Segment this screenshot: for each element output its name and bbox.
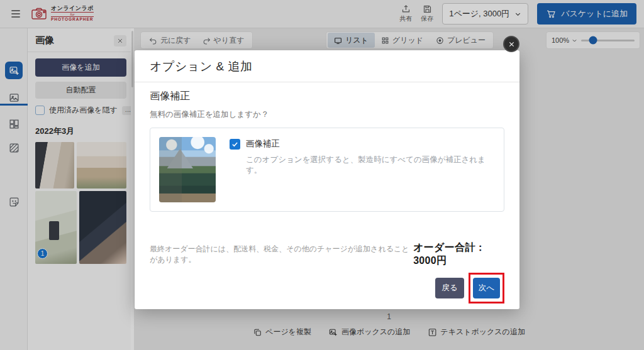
tab-list-view[interactable]: リスト (328, 33, 375, 48)
back-button[interactable]: 戻る (435, 278, 464, 298)
duplicate-page-button[interactable]: ページを複製 (253, 327, 311, 337)
undo-icon (149, 36, 157, 45)
modal-close-button[interactable] (503, 36, 519, 52)
chevron-down-icon (572, 38, 577, 43)
section-title: 画像補正 (150, 90, 504, 103)
option-question: 無料の画像補正を追加しますか？ (150, 109, 504, 120)
photo-thumbnail[interactable] (35, 142, 74, 189)
tab-preview[interactable]: プレビュー (430, 33, 492, 48)
add-to-basket-button[interactable]: バスケットに追加 (537, 3, 636, 25)
add-text-box-label: テキストボックスの追加 (440, 327, 525, 337)
tab-preview-label: プレビュー (447, 35, 486, 46)
images-panel: 画像 画像を追加 自動配置 使用済み画像を隠す ... 2022年3月 1 (28, 28, 134, 350)
page-number: 1 (387, 312, 391, 321)
undo-redo-group: 元に戻す やり直す (140, 31, 253, 49)
photo-thumbnail[interactable] (77, 142, 126, 189)
image-correction-option-card: 画像補正 このオプションを選択すると、製造時にすべての画像が補正されます。 (150, 128, 504, 212)
photo-thumbnail-grid: 1 (35, 142, 126, 264)
usage-count-badge: 1 (37, 248, 48, 259)
add-image-box-icon (329, 328, 338, 337)
share-label: 共有 (399, 14, 412, 23)
order-total: オーダー合計：3000円 (413, 241, 504, 268)
redo-button[interactable]: やり直す (197, 32, 250, 48)
tab-grid-view[interactable]: グリッド (375, 33, 430, 48)
page-price-value: 1ページ, 3000円 (449, 8, 509, 19)
duplicate-page-label: ページを複製 (265, 327, 311, 337)
app-logo: オンラインラボ for PHOTOGRAPHER (31, 6, 94, 22)
undo-label: 元に戻す (160, 35, 191, 46)
hamburger-menu-icon[interactable] (8, 6, 24, 22)
add-image-box-button[interactable]: 画像ボックスの追加 (329, 327, 410, 337)
tab-grid-label: グリッド (392, 35, 423, 46)
add-images-button[interactable]: 画像を追加 (35, 58, 126, 77)
modal-title: オプション & 追加 (150, 58, 504, 75)
add-text-box-button[interactable]: テキストボックスの追加 (428, 327, 525, 337)
logo-text-line1: オンラインラボ (51, 6, 94, 13)
active-section-indicator (0, 104, 28, 106)
panel-title: 画像 (35, 35, 54, 46)
left-icon-rail (0, 28, 28, 350)
share-icon (401, 4, 411, 14)
page-actions-bar: ページを複製 画像ボックスの追加 テキストボックスの追加 (253, 327, 525, 337)
add-image-panel-icon[interactable] (5, 62, 23, 79)
duplicate-page-icon (253, 328, 262, 337)
redo-icon (203, 36, 211, 45)
zoom-control: 100% (546, 31, 640, 49)
sticker-icon[interactable] (5, 193, 23, 211)
next-button[interactable]: 次へ (473, 278, 500, 298)
option-description: このオプションを選択すると、製造時にすべての画像が補正されます。 (246, 155, 495, 176)
background-pattern-icon[interactable] (5, 139, 23, 156)
grid-view-icon (381, 36, 389, 45)
app-header: オンラインラボ for PHOTOGRAPHER 共有 保存 1ページ, 300… (0, 0, 644, 28)
save-button[interactable]: 保存 (421, 4, 433, 23)
view-mode-tabs: リスト グリッド プレビュー (326, 31, 494, 49)
layout-icon[interactable] (5, 115, 23, 133)
add-image-box-label: 画像ボックスの追加 (341, 327, 410, 337)
auto-place-button[interactable]: 自動配置 (35, 82, 126, 99)
share-button[interactable]: 共有 (399, 4, 412, 23)
zoom-slider-thumb[interactable] (589, 36, 597, 45)
camera-logo-icon (31, 8, 48, 20)
sample-landscape-image (159, 137, 216, 202)
zoom-level-dropdown[interactable]: 100% (552, 36, 577, 44)
options-modal: オプション & 追加 画像補正 無料の画像補正を追加しますか？ 画像補正 このオ… (135, 50, 519, 309)
option-label: 画像補正 (246, 138, 280, 150)
add-text-box-icon (428, 328, 436, 337)
close-icon (508, 41, 515, 48)
page-price-dropdown[interactable]: 1ページ, 3000円 (442, 3, 528, 25)
tab-list-label: リスト (345, 35, 369, 46)
zoom-slider[interactable] (581, 40, 635, 41)
save-label: 保存 (421, 14, 433, 23)
redo-label: やり直す (214, 35, 245, 46)
date-group-heading: 2022年3月 (35, 126, 126, 137)
zoom-level-value: 100% (552, 36, 569, 44)
logo-text-line3: PHOTOGRAPHER (51, 16, 94, 22)
cart-icon (546, 9, 556, 19)
list-view-icon (334, 36, 342, 45)
undo-button[interactable]: 元に戻す (143, 32, 197, 48)
hide-used-label: 使用済み画像を隠す (49, 105, 118, 116)
order-disclaimer: 最終オーダー合計には、配送料、税金、その他のチャージが追加されることがあります。 (150, 244, 413, 265)
image-correction-checkbox[interactable] (230, 139, 240, 150)
chevron-down-icon (514, 11, 521, 18)
photo-thumbnail[interactable] (79, 191, 126, 264)
save-icon (423, 4, 432, 14)
annotation-highlight-box: 次へ (469, 273, 504, 304)
preview-icon (436, 36, 444, 45)
hide-used-checkbox[interactable] (35, 106, 45, 115)
panel-close-icon[interactable] (114, 35, 126, 46)
add-to-basket-label: バスケットに追加 (561, 8, 628, 19)
photo-thumbnail[interactable]: 1 (35, 191, 77, 264)
